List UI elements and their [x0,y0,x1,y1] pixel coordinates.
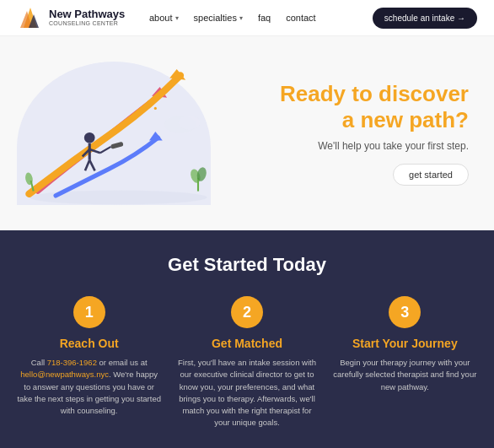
svg-point-24 [142,107,144,110]
logo-brand-name: New Pathways [49,8,125,20]
step-2-desc: First, you'll have an intake session wit… [175,357,319,429]
step-3-title: Start Your Journey [352,337,458,350]
svg-point-16 [179,116,200,130]
get-started-section: Get Started Today 1 Reach Out Call 718-3… [0,230,494,448]
svg-line-13 [100,147,111,153]
chevron-down-icon: ▾ [239,14,243,22]
nav-specialties[interactable]: specialties ▾ [194,13,243,23]
schedule-intake-button[interactable]: schedule an intake → [373,8,477,29]
hero-illustration [8,53,228,213]
svg-line-12 [89,160,94,171]
navbar: New Pathways COUNSELING CENTER about ▾ s… [0,0,494,36]
svg-rect-14 [110,142,124,149]
nav-faq[interactable]: faq [258,13,271,23]
step-2-title: Get Matched [212,337,282,350]
get-started-title: Get Started Today [17,254,477,276]
logo[interactable]: New Pathways COUNSELING CENTER [17,4,132,31]
step-3-number: 3 [389,296,421,328]
nav-links: about ▾ specialties ▾ faq contact [149,13,373,23]
logo-icon [17,4,44,31]
hero-title: Ready to discover a new path? [236,81,469,133]
hero-section: Ready to discover a new path? We'll help… [0,36,494,230]
step-1: 1 Reach Out Call 718-396-1962 or email u… [17,296,161,429]
steps-container: 1 Reach Out Call 718-396-1962 or email u… [17,296,477,429]
get-started-button[interactable]: get started [393,164,469,186]
phone-link[interactable]: 718-396-1962 [47,358,97,367]
step-3: 3 Start Your Journey Begin your therapy … [333,296,477,429]
hero-svg [8,53,228,213]
hero-content: Ready to discover a new path? We'll help… [228,81,469,186]
svg-point-23 [154,107,157,110]
chevron-down-icon: ▾ [175,14,179,22]
step-1-title: Reach Out [60,337,119,350]
svg-line-11 [85,160,89,171]
svg-point-7 [84,132,95,143]
nav-about[interactable]: about ▾ [149,13,179,23]
step-3-desc: Begin your therapy journey with your car… [333,357,477,393]
step-2: 2 Get Matched First, you'll have an inta… [175,296,319,429]
email-link[interactable]: hello@newpathways.nyc [20,370,109,379]
step-1-number: 1 [73,296,105,328]
svg-marker-6 [149,132,163,141]
step-2-number: 2 [231,296,263,328]
svg-point-22 [148,100,151,104]
logo-tagline: COUNSELING CENTER [49,20,125,27]
nav-contact[interactable]: contact [286,13,315,23]
step-1-desc: Call 718-396-1962 or email us at hello@n… [17,357,161,417]
hero-cta-wrapper: get started [236,164,469,186]
hero-subtitle: We'll help you take your first step. [236,140,469,152]
